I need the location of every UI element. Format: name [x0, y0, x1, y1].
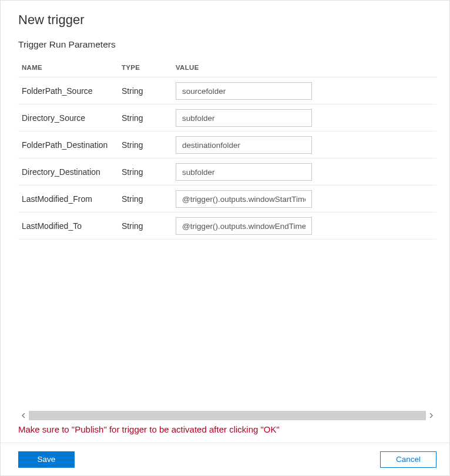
- horizontal-scrollbar[interactable]: [18, 410, 436, 421]
- param-type: String: [118, 77, 172, 104]
- col-header-name: NAME: [18, 58, 118, 77]
- param-name: FolderPath_Destination: [18, 131, 118, 158]
- table-row: FolderPath_Source String: [18, 77, 436, 104]
- param-value-input[interactable]: [176, 190, 312, 208]
- param-type: String: [118, 158, 172, 185]
- parameters-table: NAME TYPE VALUE FolderPath_Source String…: [18, 58, 436, 239]
- chevron-left-icon[interactable]: [18, 410, 29, 421]
- table-row: LastModified_From String: [18, 185, 436, 212]
- param-value-input[interactable]: [176, 109, 312, 127]
- col-header-value: VALUE: [172, 58, 436, 77]
- cancel-button[interactable]: Cancel: [380, 451, 436, 468]
- param-name: LastModified_From: [18, 185, 118, 212]
- save-button[interactable]: Save: [18, 451, 75, 468]
- col-header-type: TYPE: [118, 58, 172, 77]
- chevron-right-icon[interactable]: [426, 410, 436, 421]
- param-value-input[interactable]: [176, 82, 312, 100]
- table-row: LastModified_To String: [18, 212, 436, 239]
- param-value-input[interactable]: [176, 217, 312, 235]
- param-type: String: [118, 131, 172, 158]
- publish-warning: Make sure to "Publish" for trigger to be…: [18, 422, 436, 443]
- table-row: FolderPath_Destination String: [18, 131, 436, 158]
- table-row: Directory_Source String: [18, 104, 436, 131]
- param-name: LastModified_To: [18, 212, 118, 239]
- section-title: Trigger Run Parameters: [18, 39, 436, 50]
- scrollbar-track[interactable]: [29, 411, 426, 420]
- param-value-input[interactable]: [176, 163, 312, 181]
- table-row: Directory_Destination String: [18, 158, 436, 185]
- param-type: String: [118, 185, 172, 212]
- param-name: Directory_Source: [18, 104, 118, 131]
- footer-bar: Save Cancel: [1, 443, 449, 475]
- param-value-input[interactable]: [176, 136, 312, 154]
- param-type: String: [118, 104, 172, 131]
- page-title: New trigger: [18, 12, 436, 28]
- param-name: FolderPath_Source: [18, 77, 118, 104]
- param-type: String: [118, 212, 172, 239]
- param-name: Directory_Destination: [18, 158, 118, 185]
